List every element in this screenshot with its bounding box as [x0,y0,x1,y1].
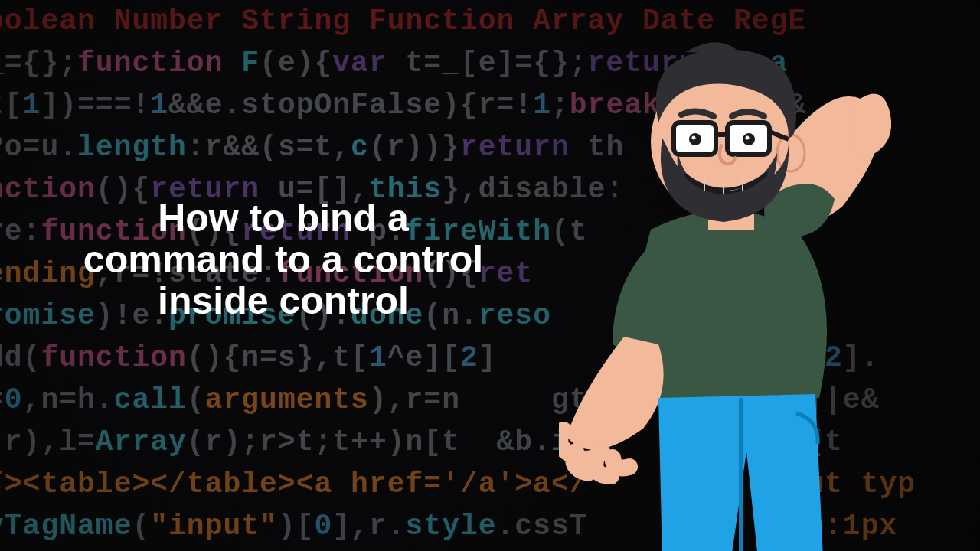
title-text: How to bind a command to a control insid… [69,197,498,321]
code-line: (r),l=Array(r);r>t;t++)n[t &b.is on(n[t [0,421,980,463]
code-line: t[1])===!1&&e.stopOnFalse){r=!1;break u& [0,84,980,126]
code-line: ?o=u.length:r&&(s=t,c(r))}return th [0,126,980,168]
code-line: _={};function F(e){var t=_[e]={};return … [0,42,980,84]
code-line: =0,n=h.call(arguments),r=n gth =r||e& [0,379,980,421]
code-line: oolean Number String Function Array Date… [0,0,980,42]
code-line: dd(function(){n=s},t[1^e][2] 2][2]. [0,337,980,379]
code-line: yTagName("input")[0],r.style.cssT top:1p… [0,505,980,547]
code-line: /><table></table><a href='/a'>a</ ut typ [0,463,980,505]
